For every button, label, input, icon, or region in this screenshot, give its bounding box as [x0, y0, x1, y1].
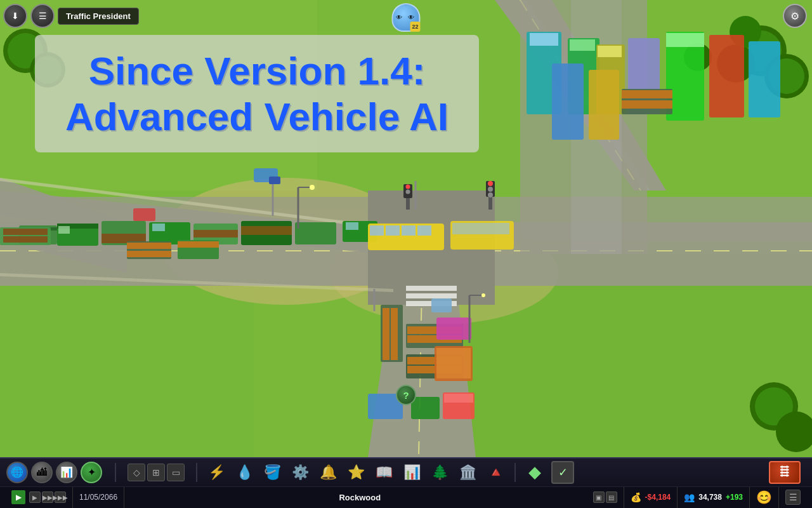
people-icon: 👥 [684, 492, 695, 502]
menu-icon: ☰ [39, 11, 47, 21]
svg-rect-82 [402, 225, 416, 236]
toolbar-pipes[interactable]: 🪣 [261, 461, 284, 484]
speed-1-button[interactable]: ▶ [29, 491, 41, 503]
play-icon: ▶ [16, 493, 22, 502]
svg-rect-80 [370, 225, 384, 236]
download-button[interactable]: ⬇ [3, 4, 27, 28]
toolbar-water[interactable]: 💧 [233, 461, 256, 484]
download-icon: ⬇ [11, 11, 19, 21]
toolbar-book[interactable]: 📖 [372, 461, 395, 484]
help-icon: ? [403, 390, 409, 401]
svg-rect-54 [241, 226, 292, 235]
road-toggle-2[interactable]: ⊞ [147, 464, 165, 481]
toolbar-sep-1 [115, 463, 116, 482]
svg-rect-18 [406, 286, 457, 291]
svg-rect-62 [178, 241, 219, 248]
svg-rect-115 [269, 177, 280, 184]
toolbar-bell[interactable]: 🔔 [317, 461, 339, 484]
settings-section: ☰ [779, 487, 807, 508]
toolbar-sep-3 [514, 463, 516, 482]
svg-rect-43 [3, 236, 48, 243]
charts-button[interactable]: 📊 [56, 462, 77, 483]
svg-point-112 [406, 185, 410, 189]
speed-2-button[interactable]: ▶▶ [42, 491, 53, 503]
svg-rect-59 [127, 243, 171, 249]
menu-button[interactable]: ☰ [30, 4, 55, 28]
toolbar-tree[interactable]: 🌲 [428, 461, 451, 484]
play-button[interactable]: ▶ [11, 490, 25, 504]
svg-rect-66 [570, 39, 595, 51]
city-section: Rockwood ▣ ▤ [124, 487, 624, 508]
income-display: +193 [726, 493, 743, 502]
happiness-icon: 😊 [756, 490, 772, 505]
population-section: 👥 34,738 +193 [678, 487, 750, 508]
toolbar-gear[interactable]: ⚙️ [289, 461, 311, 484]
svg-point-108 [488, 187, 493, 192]
status-settings-button[interactable]: ☰ [785, 490, 801, 505]
svg-rect-50 [152, 224, 165, 231]
svg-rect-95 [436, 318, 471, 340]
svg-rect-83 [417, 225, 431, 236]
toolbar-diamond[interactable]: ◆ [523, 461, 546, 484]
svg-rect-64 [530, 33, 558, 46]
toolbar-monument[interactable]: 🏛️ [456, 461, 479, 484]
svg-point-113 [406, 190, 410, 194]
svg-rect-81 [386, 225, 400, 236]
svg-rect-99 [411, 397, 440, 419]
top-left-buttons: ⬇ ☰ Traffic President [0, 4, 139, 28]
svg-point-123 [481, 293, 485, 297]
toolbar-star[interactable]: ⭐ [344, 461, 367, 484]
road-toggle-3[interactable]: ▭ [167, 464, 185, 481]
top-bar: ⬇ ☰ Traffic President 👁 👁 22 ⚙ [0, 0, 812, 32]
status-bar: ▶ ▶ ▶▶ ▶▶▶ 11/05/2066 Rockwood ▣ ▤ 💰 -$4… [0, 486, 812, 508]
date-display: 11/05/2066 [79, 493, 117, 502]
happiness-section: 😊 [750, 487, 779, 508]
traffic-president-label: Traffic President [58, 8, 139, 25]
green-button[interactable]: ✦ [81, 462, 102, 483]
coin-icon: 💰 [631, 492, 641, 502]
svg-rect-57 [346, 222, 358, 230]
toolbar-lightning[interactable]: ⚡ [205, 461, 228, 484]
svg-rect-97 [436, 348, 471, 378]
announcement-line2: Advanced Vehicle AI [65, 95, 449, 138]
avatar[interactable]: 👁 👁 22 [392, 3, 421, 32]
settings-button[interactable]: ⚙ [783, 4, 807, 28]
svg-rect-46 [58, 226, 70, 234]
announcement-line1: Since Version 1.4: [89, 49, 426, 93]
svg-rect-55 [295, 222, 336, 244]
announcement-text: Since Version 1.4: Advanced Vehicle AI [65, 48, 449, 139]
road-icon: 🛤 [779, 465, 790, 479]
avatar-level-badge: 22 [410, 22, 421, 32]
svg-rect-73 [749, 41, 780, 117]
city-button[interactable]: 🏙 [31, 462, 53, 483]
svg-rect-19 [406, 293, 457, 298]
svg-rect-74 [552, 64, 584, 140]
svg-point-109 [488, 192, 493, 197]
svg-rect-85 [452, 223, 509, 234]
bottom-toolbar: 🌐 🏙 📊 ✦ ◇ ⊞ ▭ ⚡ 💧 🪣 ⚙️ 🔔 ⭐ 📖 📊 🌲 🏛️ 🔺 ◆ … [0, 457, 812, 508]
toolbar-grid[interactable]: 📊 [400, 461, 423, 484]
city-name-display: Rockwood [131, 493, 589, 502]
toolbar-triangle[interactable]: 🔺 [484, 461, 507, 484]
svg-rect-52 [193, 230, 238, 237]
map-btn-1[interactable]: ▣ [593, 491, 605, 503]
checkmark-button[interactable]: ✓ [551, 461, 574, 484]
svg-rect-101 [444, 394, 473, 403]
svg-rect-42 [3, 229, 48, 235]
game-viewport: Since Version 1.4: Advanced Vehicle AI ⬇… [0, 0, 812, 457]
svg-rect-104 [133, 208, 155, 221]
svg-rect-71 [666, 33, 704, 47]
help-button[interactable]: ? [396, 385, 416, 405]
road-selector-button[interactable]: 🛤 [769, 461, 801, 484]
toolbar-sep-2 [196, 463, 197, 482]
settings-icon: ☰ [789, 492, 797, 502]
svg-rect-87 [383, 308, 390, 360]
speed-3-button[interactable]: ▶▶▶ [55, 491, 66, 503]
svg-rect-78 [622, 100, 672, 109]
svg-point-120 [310, 185, 315, 190]
map-btn-2[interactable]: ▤ [606, 491, 617, 503]
svg-rect-103 [431, 298, 452, 312]
globe-button[interactable]: 🌐 [6, 462, 28, 483]
svg-rect-68 [598, 46, 622, 57]
road-toggle-1[interactable]: ◇ [128, 464, 145, 481]
